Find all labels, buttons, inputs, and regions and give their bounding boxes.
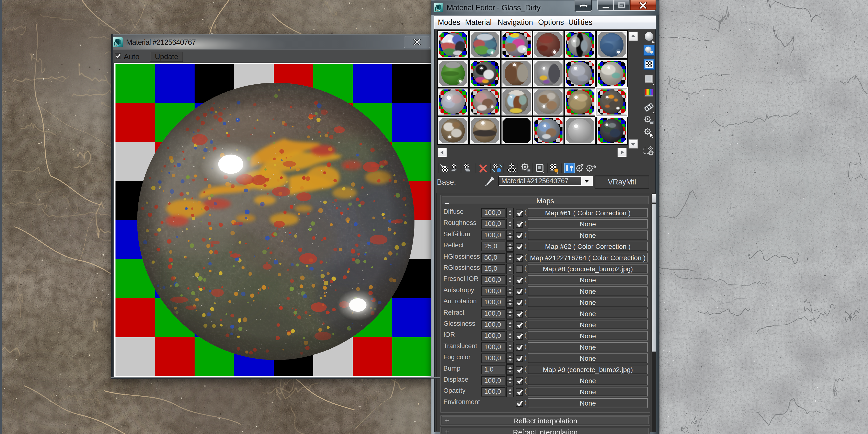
svg-text:MAX: MAX [115, 44, 120, 47]
svg-text:MAX: MAX [436, 9, 440, 12]
